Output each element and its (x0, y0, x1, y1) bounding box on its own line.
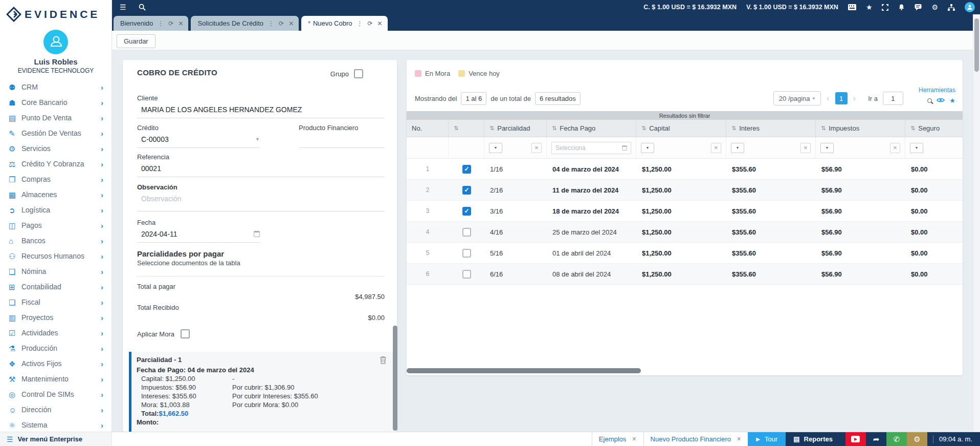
column-header-select[interactable]: ⇅ (449, 120, 484, 137)
sidebar-item[interactable]: ⚙ Servicios › (0, 141, 112, 156)
youtube-button[interactable]: ▶ (845, 432, 866, 446)
network-hierarchy-icon[interactable] (948, 4, 955, 11)
sidebar-item[interactable]: ⚖ Crédito Y Cobranza › (0, 156, 112, 172)
table-row[interactable]: 6 6/16 08 de abril del 2024 $1,250.00 $3… (407, 264, 963, 285)
fecha-filter-input[interactable]: Selecciona (551, 142, 631, 154)
goto-page-input[interactable] (883, 92, 903, 105)
close-icon[interactable]: ✕ (178, 20, 183, 27)
row-checkbox[interactable] (462, 228, 471, 237)
favorites-star-icon[interactable]: ★ (866, 4, 873, 11)
refresh-icon[interactable]: ⟳ (279, 20, 284, 27)
eye-icon[interactable] (937, 96, 945, 105)
evidence-logo[interactable]: EVIDENCE (0, 0, 112, 29)
sidebar-item[interactable]: ✎ Gestión De Ventas › (0, 125, 112, 141)
observacion-field[interactable]: Observación (137, 191, 385, 211)
tour-button[interactable]: ▶ Tour (748, 432, 786, 446)
form-scrollbar-thumb[interactable] (393, 326, 397, 431)
refresh-icon[interactable]: ⟳ (367, 20, 372, 27)
vertical-scrollbar-thumb[interactable] (974, 18, 979, 72)
table-row[interactable]: 4 4/16 25 de marzo del 2024 $1,250.00 $3… (407, 222, 963, 243)
credito-select[interactable]: C-00003 ▼ (137, 132, 260, 148)
column-header-interes[interactable]: ⇅Interes (726, 120, 816, 137)
tab-solicitudes-de-credito[interactable]: Solicitudes De Crédito ⋮ ⟳ ✕ (191, 16, 299, 31)
producto-financiero-field[interactable] (299, 132, 385, 148)
filter-dropdown-icon[interactable]: ▼ (489, 143, 502, 153)
row-checkbox[interactable] (462, 249, 471, 258)
sidebar-item[interactable]: ➲ Logística › (0, 202, 112, 218)
prev-page-icon[interactable]: ‹ (827, 93, 830, 103)
sidebar-item[interactable]: ❖ Activos Fijos › (0, 356, 112, 371)
sidebar-item[interactable]: ▤ Punto De Venta › (0, 110, 112, 125)
footer-tab-nuevo-producto-financiero[interactable]: Nuevo Producto Financiero ✕ (643, 432, 748, 446)
kebab-menu-icon[interactable]: ⋮ (158, 20, 164, 27)
close-icon[interactable]: ✕ (737, 436, 741, 442)
zoom-search-icon[interactable] (927, 98, 932, 103)
sidebar-item[interactable]: ⚒ Mantenimiento › (0, 371, 112, 387)
reportes-button[interactable]: ▤ Reportes (786, 432, 840, 446)
column-header-parcialidad[interactable]: ⇅Parcialidad (484, 120, 547, 137)
whatsapp-button[interactable]: ✆ (886, 432, 907, 446)
row-checkbox[interactable] (462, 186, 471, 195)
filter-clear-icon[interactable]: ✕ (800, 143, 811, 153)
sidebar-item[interactable]: ⚛ Sistema › (0, 417, 112, 433)
table-row[interactable]: 2 2/16 11 de marzo del 2024 $1,250.00 $3… (407, 180, 963, 201)
sidebar-item[interactable]: ⚇ Recursos Humanos › (0, 248, 112, 264)
current-page-button[interactable]: 1 (835, 92, 848, 104)
sidebar-item[interactable]: ⊞ Contabilidad › (0, 279, 112, 294)
next-page-icon[interactable]: › (853, 93, 856, 103)
chat-icon[interactable] (915, 4, 922, 11)
column-header-fecha-pago[interactable]: ⇅Fecha Pago (547, 120, 636, 137)
trash-icon[interactable] (380, 356, 387, 366)
save-button[interactable]: Guardar (117, 34, 155, 48)
close-icon[interactable]: ✕ (632, 436, 636, 442)
footer-tab-ejemplos[interactable]: Ejemplos ✕ (592, 432, 643, 446)
profile-avatar[interactable] (965, 2, 975, 12)
row-checkbox[interactable] (462, 165, 471, 174)
sidebar-item[interactable]: ⌂ Bancos › (0, 233, 112, 248)
fecha-field[interactable]: 2024-04-11 (137, 226, 260, 243)
close-icon[interactable]: ✕ (377, 20, 383, 27)
sidebar-item[interactable]: ⚗ Producción › (0, 341, 112, 356)
herramientas-link[interactable]: Herramientas (919, 87, 955, 94)
vertical-scrollbar[interactable] (973, 14, 980, 432)
keyboard-icon[interactable] (848, 4, 856, 10)
settings-gear-icon[interactable]: ⚙ (931, 4, 938, 11)
sidebar-footer-enterprise[interactable]: ☰ Ver menú Enterprise (0, 432, 112, 446)
sidebar-item[interactable]: ☑ Actividades › (0, 325, 112, 341)
column-header-no[interactable]: No. (407, 120, 449, 137)
filter-clear-icon[interactable]: ✕ (890, 143, 900, 153)
sidebar-item[interactable]: ❏ Fiscal › (0, 294, 112, 310)
column-header-capital[interactable]: ⇅Capital (636, 120, 726, 137)
kebab-menu-icon[interactable]: ⋮ (268, 20, 274, 27)
filter-dropdown-icon[interactable]: ▼ (910, 143, 923, 153)
table-row[interactable]: 5 5/16 01 de abril del 2024 $1,250.00 $3… (407, 243, 963, 264)
filter-dropdown-icon[interactable]: ▼ (731, 143, 744, 153)
aplicar-mora-checkbox[interactable] (181, 329, 190, 338)
grupo-checkbox[interactable] (354, 69, 363, 78)
star-icon[interactable]: ★ (949, 97, 955, 104)
cliente-field[interactable]: MARIA DE LOS ANGELES HERNANDEZ GOMEZ (137, 102, 385, 118)
filter-clear-icon[interactable]: ✕ (711, 143, 721, 153)
hamburger-menu-icon[interactable]: ☰ (120, 4, 126, 11)
user-avatar[interactable] (43, 30, 68, 54)
sidebar-item[interactable]: ▦ Almacenes › (0, 187, 112, 202)
tab-nuevo-cobro[interactable]: * Nuevo Cobro ⋮ ⟳ ✕ (301, 16, 387, 31)
filter-dropdown-icon[interactable]: ▼ (820, 143, 834, 153)
horizontal-scrollbar-thumb[interactable] (407, 368, 641, 373)
refresh-icon[interactable]: ⟳ (168, 20, 173, 27)
sidebar-item[interactable]: ❐ Compras › (0, 172, 112, 187)
search-icon[interactable] (139, 4, 146, 11)
close-icon[interactable]: ✕ (288, 20, 294, 27)
sidebar-item[interactable]: ◎ Control De SIMs › (0, 387, 112, 402)
filter-dropdown-icon[interactable]: ▼ (641, 143, 654, 153)
row-checkbox[interactable] (462, 207, 471, 216)
column-header-impuestos[interactable]: ⇅Impuestos (816, 120, 905, 137)
column-header-seguro[interactable]: ⇅Seguro (905, 120, 963, 137)
sidebar-item[interactable]: ⚉ CRM › (0, 79, 112, 95)
notifications-bell-icon[interactable] (898, 4, 905, 11)
sidebar-item[interactable]: ◫ Pagos › (0, 218, 112, 233)
tab-bienvenido[interactable]: Bienvenido ⋮ ⟳ ✕ (114, 16, 188, 31)
table-row[interactable]: 3 3/16 18 de marzo del 2024 $1,250.00 $3… (407, 201, 963, 222)
fullscreen-icon[interactable] (882, 4, 888, 11)
referencia-field[interactable]: 00021 (137, 161, 385, 177)
